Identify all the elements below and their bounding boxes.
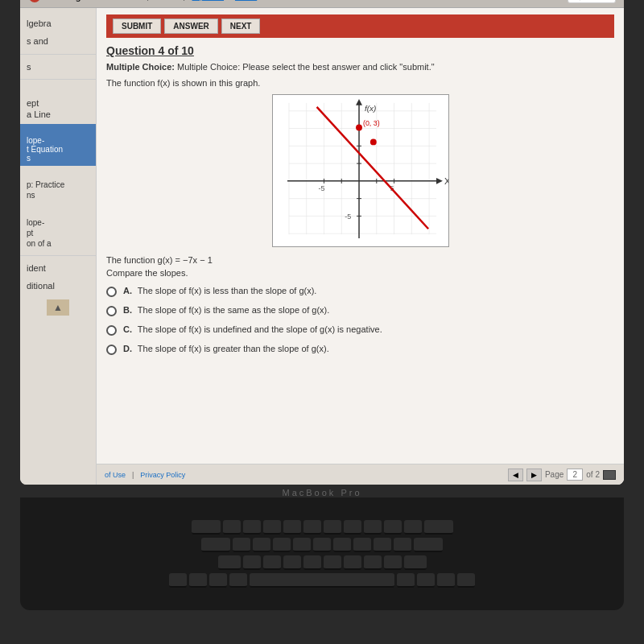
sidebar-item-ept[interactable]: epta Line [20,83,96,124]
key-return[interactable] [414,538,443,552]
laptop-screen: A Learning ACTIVITY 3 : Slope-Intercept … [20,0,624,485]
key-r[interactable] [283,520,301,535]
key-right[interactable] [457,573,475,588]
top-bar: A Learning ACTIVITY 3 : Slope-Intercept … [20,0,624,8]
sidebar-item-ditional[interactable]: ditional [20,277,96,295]
option-b[interactable]: B. The slope of f(x) is the same as the … [106,305,614,316]
sidebar-item-lope[interactable]: lope-t Equations [20,124,96,166]
sidebar-divider-3 [20,255,96,256]
compare-text: Compare the slopes. [106,268,614,278]
key-w[interactable] [243,520,261,535]
key-f[interactable] [293,538,311,552]
keyboard-row-3 [218,555,427,570]
svg-point-41 [369,138,376,145]
svg-text:f(x): f(x) [364,104,375,113]
privacy-link[interactable]: Privacy Policy [140,471,185,479]
key-l[interactable] [394,538,411,552]
key-tab[interactable] [192,520,221,535]
macbook-label: MacBook Pro [282,488,361,497]
key-play[interactable] [218,555,241,570]
terms-link[interactable]: of Use [105,471,126,479]
key-x[interactable] [263,555,281,570]
key-y[interactable] [324,520,341,535]
key-alt[interactable] [209,573,227,588]
key-caps[interactable] [201,538,230,552]
next-page-button[interactable]: ▶ [526,469,542,481]
page-label: Page [545,470,564,479]
key-left[interactable] [417,573,435,588]
page-navigation: ◀ ▶ Page 2 of 2 [508,469,616,481]
svg-text:(0, 3): (0, 3) [362,119,379,127]
keyboard [20,497,624,610]
key-p[interactable] [404,520,422,535]
sidebar-divider-1 [20,54,96,55]
key-fn[interactable] [169,573,187,588]
key-up-down[interactable] [437,573,455,588]
answer-button[interactable]: ANSWER [164,19,217,34]
sidebar: lgebra s and s epta Line lope-t Equation… [20,8,97,485]
key-o[interactable] [384,520,402,535]
key-g[interactable] [313,538,331,552]
function-graph: X -5 5 -5 f(x) [273,95,448,246]
search-icon [573,0,581,1]
question-body: The function f(x) is shown in this graph… [106,78,614,88]
key-comma[interactable] [384,555,402,570]
key-cmd-right[interactable] [397,573,415,588]
key-v[interactable] [303,555,321,570]
key-a[interactable] [233,538,250,552]
key-cmd-left[interactable] [229,573,247,588]
content-area: SUBMIT ANSWER NEXT Question 4 of 10 Mult… [97,8,624,485]
key-u[interactable] [344,520,361,535]
search-bar[interactable]: Search [568,0,616,3]
key-n[interactable] [344,555,361,570]
option-d[interactable]: D. The slope of f(x) is greater than the… [106,344,614,355]
key-i[interactable] [364,520,382,535]
main-layout: lgebra s and s epta Line lope-t Equation… [20,8,624,485]
next-button[interactable]: NEXT [221,19,261,34]
sidebar-item-and[interactable]: s and [20,32,96,50]
sidebar-item-ident[interactable]: ident [20,259,96,277]
svg-point-40 [356,125,362,131]
sidebar-divider-2 [20,79,96,80]
key-m[interactable] [364,555,382,570]
sidebar-item-algebra[interactable]: lgebra [20,14,96,32]
key-k[interactable] [374,538,391,552]
total-pages: of 2 [586,470,600,479]
key-t[interactable] [303,520,321,535]
question-header: Question 4 of 10 [106,44,614,57]
line-link[interactable]: a Line [235,0,257,1]
radio-c[interactable] [106,325,117,336]
key-ctrl[interactable] [189,573,207,588]
sidebar-item-s[interactable]: s [20,58,96,76]
prev-page-button[interactable]: ◀ [508,469,523,481]
equation-link[interactable]: Equation [192,0,224,1]
sidebar-item-lope2[interactable]: lope-pton of a [20,204,96,252]
key-d[interactable] [273,538,291,552]
option-c[interactable]: C. The slope of f(x) is undefined and th… [106,324,614,336]
question-instruction: Multiple Choice: Multiple Choice: Please… [106,62,614,72]
key-space[interactable] [250,573,394,588]
key-c[interactable] [283,555,301,570]
key-j[interactable] [353,538,371,552]
radio-a[interactable] [106,287,117,297]
key-b[interactable] [324,555,341,570]
answer-options: A. The slope of f(x) is less than the sl… [106,286,614,355]
option-a[interactable]: A. The slope of f(x) is less than the sl… [106,286,614,297]
svg-rect-4 [273,95,448,246]
sidebar-item-practice[interactable]: p: Practicens [20,166,96,204]
key-q[interactable] [223,520,241,535]
sidebar-up-button[interactable]: ▲ [47,299,69,316]
key-backspace[interactable] [424,520,453,535]
key-e[interactable] [263,520,281,535]
search-placeholder: Search [584,0,610,1]
radio-d[interactable] [106,345,117,355]
radio-b[interactable] [106,306,117,316]
breadcrumb: ACTIVITY 3 : Slope-Intercept Equation of… [85,0,257,1]
submit-button[interactable]: SUBMIT [113,19,161,34]
footer-links: of Use | Privacy Policy [105,471,185,479]
key-z[interactable] [243,555,261,570]
key-s[interactable] [253,538,270,552]
keyboard-row-2 [201,538,443,552]
key-skip[interactable] [404,555,427,570]
key-h[interactable] [333,538,351,552]
